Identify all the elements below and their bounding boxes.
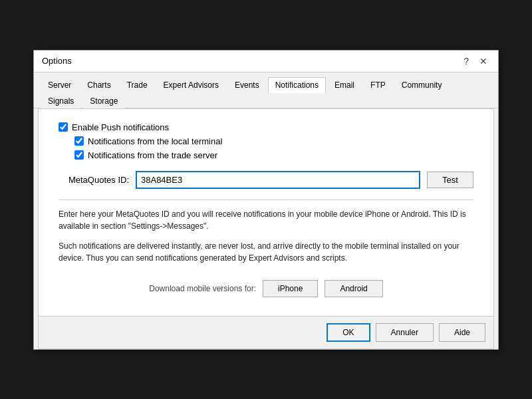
checkbox-section: Enable Push notifications Notifications … (59, 122, 473, 160)
divider (59, 200, 473, 200)
download-label: Download mobile versions for: (149, 284, 256, 293)
tab-charts[interactable]: Charts (80, 77, 118, 93)
download-row: Download mobile versions for: iPhone And… (59, 280, 473, 297)
cancel-button[interactable]: Annuler (376, 323, 434, 342)
enable-push-checkbox[interactable] (59, 122, 68, 132)
tab-signals[interactable]: Signals (41, 93, 81, 108)
tab-ftp[interactable]: FTP (363, 77, 393, 93)
local-terminal-checkbox[interactable] (74, 136, 84, 146)
enable-push-label: Enable Push notifications (72, 122, 169, 132)
info-text-2: Such notifications are delivered instant… (59, 240, 473, 264)
tab-content: Enable Push notifications Notifications … (38, 108, 494, 317)
trade-server-checkbox[interactable] (74, 150, 84, 160)
tab-trade[interactable]: Trade (120, 77, 155, 93)
metaquotes-id-label: MetaQuotes ID: (63, 175, 129, 185)
metaquotes-row: MetaQuotes ID: Test (63, 171, 473, 189)
tab-notifications[interactable]: Notifications (268, 77, 326, 93)
iphone-button[interactable]: iPhone (263, 280, 318, 297)
tab-expert-advisors[interactable]: Expert Advisors (156, 77, 226, 93)
android-button[interactable]: Android (325, 280, 382, 297)
aide-button[interactable]: Aide (439, 323, 485, 342)
tab-email[interactable]: Email (327, 77, 362, 93)
tab-bar: Server Charts Trade Expert Advisors Even… (34, 72, 498, 108)
info-text-1: Enter here your MetaQuotes ID and you wi… (59, 208, 473, 232)
local-terminal-row: Notifications from the local terminal (74, 136, 473, 146)
metaquotes-id-input[interactable] (136, 171, 420, 189)
options-dialog: Options ? ✕ Server Charts Trade Expert A… (33, 50, 499, 350)
tab-storage[interactable]: Storage (82, 93, 125, 108)
tab-community[interactable]: Community (394, 77, 450, 93)
close-button[interactable]: ✕ (477, 56, 490, 66)
tab-events[interactable]: Events (227, 77, 267, 93)
local-terminal-label: Notifications from the local terminal (88, 136, 222, 146)
trade-server-row: Notifications from the trade server (74, 150, 473, 160)
title-bar-controls: ? ✕ (461, 56, 490, 66)
title-bar: Options ? ✕ (34, 51, 498, 72)
ok-button[interactable]: OK (327, 323, 370, 342)
trade-server-label: Notifications from the trade server (88, 150, 217, 160)
dialog-footer: OK Annuler Aide (38, 317, 494, 349)
enable-push-row: Enable Push notifications (59, 122, 473, 132)
test-button[interactable]: Test (427, 172, 473, 188)
help-button[interactable]: ? (461, 56, 471, 66)
tab-server[interactable]: Server (41, 77, 78, 93)
dialog-title: Options (42, 56, 72, 66)
